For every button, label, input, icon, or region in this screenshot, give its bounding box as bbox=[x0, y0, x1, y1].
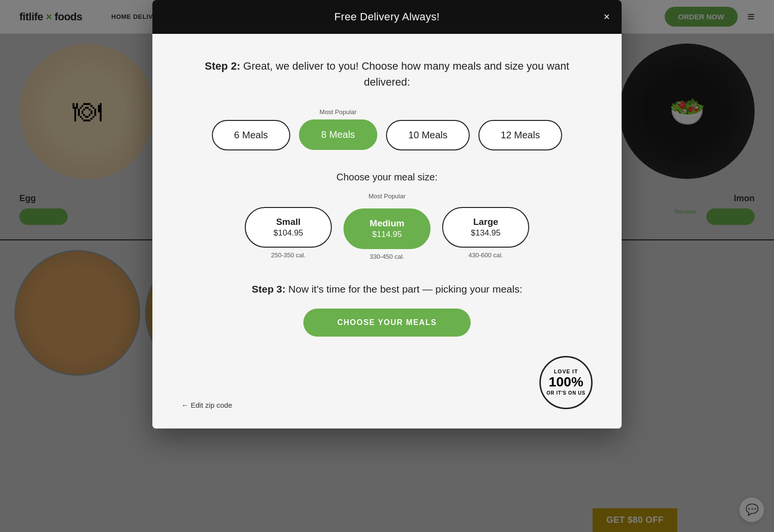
stamp-top: LOVE IT bbox=[554, 369, 578, 374]
size-buttons: Small $104.95 250-350 cal. Most Popular … bbox=[245, 192, 529, 260]
choose-meals-button[interactable]: CHOOSE YOUR MEALS bbox=[303, 309, 471, 337]
modal-header: Free Delivery Always! × bbox=[152, 0, 622, 34]
medium-size-group: Most Popular Medium $114.95 330-450 cal. bbox=[343, 192, 431, 260]
close-button[interactable]: × bbox=[604, 12, 610, 22]
6-meals-button[interactable]: 6 Meals bbox=[212, 120, 290, 150]
12-meals-wrapper: 12 Meals bbox=[478, 107, 562, 150]
step2-title: Step 2: Great, we deliver to you! Choose… bbox=[181, 58, 593, 90]
modal-overlay: Free Delivery Always! × Step 2: Great, w… bbox=[0, 0, 774, 532]
stamp-bottom: OR IT'S ON US bbox=[547, 390, 586, 396]
modal-footer: ← Edit zip code LOVE IT 100% OR IT'S ON … bbox=[152, 356, 622, 429]
small-name: Small bbox=[276, 217, 301, 227]
10-meals-button[interactable]: 10 Meals bbox=[386, 120, 470, 150]
small-cal: 250-350 cal. bbox=[271, 251, 306, 259]
large-price: $134.95 bbox=[471, 228, 500, 238]
small-price: $104.95 bbox=[273, 228, 303, 238]
6-meals-wrapper: 6 Meals bbox=[212, 107, 290, 150]
large-cal: 430-600 cal. bbox=[468, 251, 503, 259]
12-meals-button[interactable]: 12 Meals bbox=[478, 120, 562, 150]
8-meals-wrapper: Most Popular 8 Meals bbox=[299, 108, 377, 150]
step2-label: Step 2: bbox=[205, 60, 240, 72]
size-buttons-wrapper: Small $104.95 250-350 cal. Most Popular … bbox=[181, 192, 593, 260]
10-meals-wrapper: 10 Meals bbox=[386, 107, 470, 150]
small-size-group: Small $104.95 250-350 cal. bbox=[245, 192, 332, 259]
step3-label: Step 3: bbox=[252, 283, 285, 295]
large-size-group: Large $134.95 430-600 cal. bbox=[442, 192, 529, 259]
meal-count-section: 6 Meals Most Popular 8 Meals 10 Meals bbox=[181, 107, 593, 150]
love-it-stamp: LOVE IT 100% OR IT'S ON US bbox=[539, 356, 593, 409]
meal-size-title: Choose your meal size: bbox=[181, 172, 593, 183]
modal-title: Free Delivery Always! bbox=[334, 11, 440, 23]
meal-buttons: 6 Meals Most Popular 8 Meals 10 Meals bbox=[212, 107, 562, 150]
step3-section: Step 3: Now it's time for the best part … bbox=[181, 281, 593, 337]
step3-text: Now it's time for the best part — pickin… bbox=[285, 283, 522, 295]
medium-cal: 330-450 cal. bbox=[370, 253, 404, 260]
most-popular-label-size: Most Popular bbox=[369, 192, 406, 200]
small-size-button[interactable]: Small $104.95 bbox=[245, 207, 332, 248]
medium-price: $114.95 bbox=[372, 230, 402, 239]
modal: Free Delivery Always! × Step 2: Great, w… bbox=[152, 0, 622, 429]
medium-size-button[interactable]: Medium $114.95 bbox=[343, 208, 431, 249]
edit-zip-link[interactable]: ← Edit zip code bbox=[181, 401, 232, 409]
medium-name: Medium bbox=[370, 218, 404, 229]
large-name: Large bbox=[473, 217, 498, 227]
8-meals-button[interactable]: 8 Meals bbox=[299, 119, 377, 150]
most-popular-label-meals: Most Popular bbox=[320, 108, 357, 116]
step3-title: Step 3: Now it's time for the best part … bbox=[181, 281, 593, 297]
modal-body: Step 2: Great, we deliver to you! Choose… bbox=[152, 34, 622, 356]
stamp-percent: 100% bbox=[549, 374, 583, 390]
meal-size-section: Choose your meal size: Small $104.95 250… bbox=[181, 172, 593, 260]
step2-text: Great, we deliver to you! Choose how man… bbox=[240, 60, 569, 88]
large-size-button[interactable]: Large $134.95 bbox=[442, 207, 529, 248]
